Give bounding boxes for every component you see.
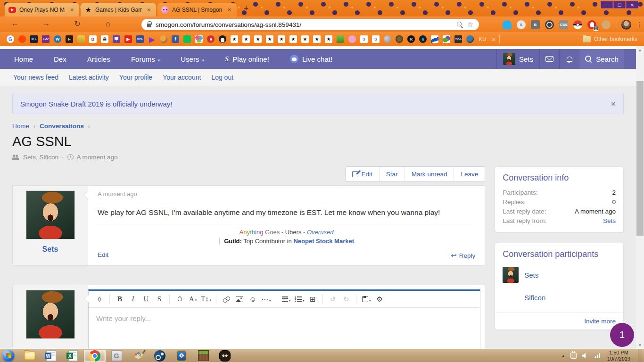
home-icon[interactable]: [102, 19, 114, 29]
subnav-your-news-feed[interactable]: Your news feed: [13, 74, 58, 81]
tab-close-icon[interactable]: [68, 6, 75, 13]
participant-name[interactable]: Sets: [524, 271, 538, 279]
nav-live-chat[interactable]: Live chat!: [290, 55, 332, 63]
start-button[interactable]: [2, 350, 15, 362]
editor-alignment-icon[interactable]: [281, 294, 291, 305]
editor-drafts-icon[interactable]: [361, 294, 372, 305]
taskbar-isaac[interactable]: [214, 349, 236, 362]
participant-row[interactable]: Sets: [495, 263, 623, 286]
bookmark-facebook-icon[interactable]: f: [172, 35, 179, 43]
bookmark-smogon-koffing-icon[interactable]: [348, 35, 356, 43]
editor-text-color-icon[interactable]: [174, 294, 185, 305]
bookmark-star-6-icon[interactable]: ★: [289, 35, 297, 43]
editor-insert-image-icon[interactable]: [234, 294, 245, 305]
editor-remove-format-icon[interactable]: ◊: [94, 294, 105, 305]
extension-pokeball-icon[interactable]: [573, 20, 582, 29]
extension-s-circle-icon[interactable]: S: [517, 20, 526, 29]
clock[interactable]: 1:50 PM 10/7/2019: [607, 350, 630, 362]
editor-list-icon[interactable]: [294, 294, 305, 305]
bookmark-star-5-icon[interactable]: ★: [278, 35, 285, 43]
back-icon[interactable]: [9, 19, 21, 28]
bookmark-a-teal-icon[interactable]: a: [419, 35, 427, 43]
inbox-button[interactable]: [539, 49, 559, 69]
address-bar[interactable]: smogon.com/forums/conversations/ag-ssnl.…: [141, 19, 479, 30]
editor-insert-table-icon[interactable]: ⊞: [307, 294, 318, 305]
bookmark-eqd-icon[interactable]: EQD: [42, 35, 50, 43]
bookmark-pscl-icon[interactable]: PSCL: [454, 35, 462, 43]
editor-redo-icon[interactable]: ↻: [341, 294, 351, 305]
scrollbar[interactable]: [636, 46, 644, 349]
restore-icon[interactable]: [613, 1, 626, 8]
bookmark-play-purple-icon[interactable]: ▶: [148, 35, 156, 43]
taskbar-hearthstone[interactable]: [171, 349, 192, 362]
subnav-log-out[interactable]: Log out: [211, 74, 233, 81]
hidden-icons-arrow[interactable]: [561, 354, 565, 358]
browser-tab-oney-plays[interactable]: Oney Plays NO MANS SKY with F: [5, 3, 79, 16]
editor-font-size-icon[interactable]: T↕: [201, 294, 211, 305]
invite-more-link[interactable]: Invite more: [584, 318, 616, 325]
taskbar-explorer[interactable]: [19, 349, 41, 362]
extension-ghostery-icon[interactable]: [503, 20, 512, 29]
bookmark-wordpress-icon[interactable]: W: [54, 35, 61, 43]
taskbar-minecraft[interactable]: [192, 349, 214, 362]
other-bookmarks-button[interactable]: Other bookmarks: [594, 36, 637, 42]
scroll-down-icon[interactable]: [636, 341, 644, 349]
browser-profile-avatar[interactable]: [621, 20, 631, 30]
search-button[interactable]: Search: [579, 49, 624, 69]
bookmark-r-black-icon[interactable]: R: [407, 35, 415, 43]
taskbar-chrome-active[interactable]: [84, 350, 106, 362]
message-timestamp[interactable]: A moment ago: [98, 190, 475, 201]
show-desktop-button[interactable]: [638, 349, 642, 362]
bookmark-star-3-icon[interactable]: ★: [254, 35, 262, 43]
edit-button[interactable]: Edit: [346, 167, 379, 181]
nav-item-home[interactable]: Home: [14, 55, 33, 63]
scrollbar-thumb[interactable]: [636, 81, 644, 236]
bookmark-ku-globe-icon[interactable]: [466, 35, 474, 43]
subnav-your-profile[interactable]: Your profile: [119, 74, 152, 81]
info-value[interactable]: Sets: [603, 216, 616, 226]
network-icon[interactable]: [593, 353, 600, 358]
notice-close-icon[interactable]: [611, 100, 616, 108]
reload-icon[interactable]: [72, 19, 83, 28]
bookmark-red-dot-icon[interactable]: [207, 35, 215, 43]
editor-settings-icon[interactable]: ⚙: [374, 294, 385, 305]
close-icon[interactable]: [626, 1, 638, 8]
bookmark-green-sprite-icon[interactable]: [337, 35, 344, 43]
bookmark-myanimelist-icon[interactable]: MAL: [136, 35, 144, 43]
extension-b-square-icon[interactable]: B: [531, 20, 540, 29]
bookmark-deviantart-icon[interactable]: [183, 35, 191, 43]
minimize-icon[interactable]: [601, 1, 613, 8]
bookmark-flag-blue-icon[interactable]: [431, 35, 438, 43]
browser-menu-icon[interactable]: [636, 21, 641, 28]
subnav-latest-activity[interactable]: Latest activity: [69, 74, 109, 81]
editor-undo-icon[interactable]: ↺: [328, 294, 338, 305]
bookmark-ornate-coin-icon[interactable]: [396, 35, 403, 43]
leave-button[interactable]: Leave: [454, 167, 485, 181]
bookmark-gray-orb-icon[interactable]: [384, 35, 391, 43]
breadcrumb-home[interactable]: Home: [12, 123, 29, 130]
editor-italic-icon[interactable]: I: [128, 294, 138, 305]
taskbar-paint[interactable]: [127, 349, 149, 362]
editor-insert-link-icon[interactable]: [221, 294, 231, 305]
author-name[interactable]: Sets: [42, 245, 58, 254]
bookmark-leaf-swirl-icon[interactable]: [443, 35, 450, 43]
extension-css-shield-icon[interactable]: CSS: [559, 20, 568, 29]
editor-smilies-icon[interactable]: ☺: [248, 294, 258, 305]
participant-row[interactable]: Sificon: [495, 286, 623, 309]
bookmark-penguin-icon[interactable]: [219, 35, 226, 43]
bookmark-youtube-icon[interactable]: ▶: [124, 35, 132, 43]
avatar[interactable]: [503, 289, 519, 305]
bookmark-star-icon[interactable]: [467, 20, 473, 29]
reply-link[interactable]: Reply: [451, 251, 475, 260]
bookmark-showdown-s2-icon[interactable]: S: [372, 35, 380, 43]
bookmark-sprite-cluster-icon[interactable]: [195, 35, 203, 43]
taskbar-steam[interactable]: [149, 349, 171, 362]
extension-cookie-icon[interactable]: [602, 20, 611, 29]
bookmark-globe-orange-icon[interactable]: [160, 35, 167, 43]
nav-item-forums[interactable]: Forums: [131, 55, 160, 63]
participant-name[interactable]: Sificon: [524, 294, 545, 302]
nav-item-articles[interactable]: Articles: [87, 55, 110, 63]
bookmark-blackletter-b-icon[interactable]: B: [89, 35, 97, 43]
url-text[interactable]: smogon.com/forums/conversations/ag-ssnl.…: [156, 21, 453, 28]
bookmark-skull-crest-icon[interactable]: ☠: [101, 35, 108, 43]
